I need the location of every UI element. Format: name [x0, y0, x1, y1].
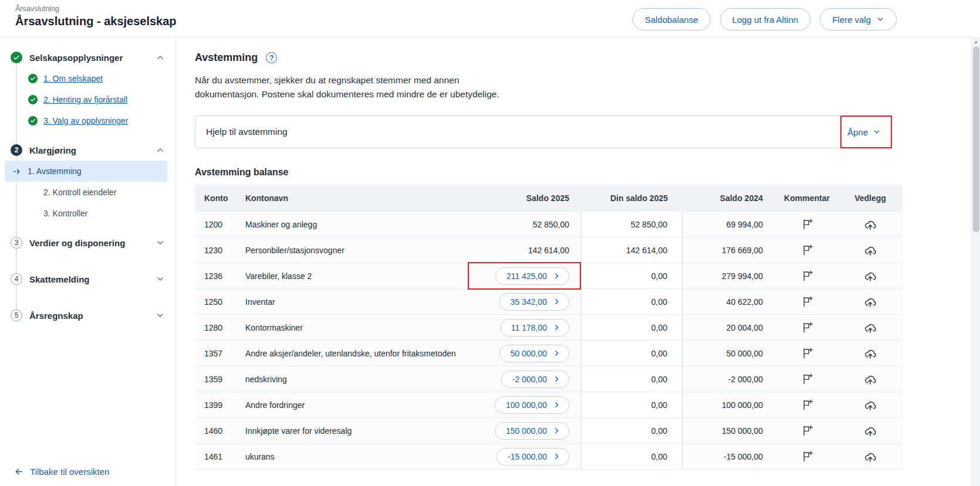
upload-attachment-button[interactable]	[861, 396, 879, 414]
sidebar-item-om-selskapet[interactable]: 1. Om selskapet	[0, 68, 175, 89]
cell-kontonavn: Kontormaskiner	[245, 323, 467, 332]
upload-attachment-button[interactable]	[861, 448, 879, 465]
section-header-klargjoring[interactable]: 2 Klargjøring	[0, 140, 175, 161]
cell-vedlegg	[838, 345, 903, 362]
din-saldo-field[interactable]: 142 614,00	[581, 237, 682, 263]
help-panel-label: Hjelp til avstemming	[206, 127, 288, 137]
saldo-2025-pill-value: -15 000,00	[508, 452, 547, 461]
cell-kommentar	[776, 319, 838, 336]
din-saldo-field[interactable]: 0,00	[581, 418, 682, 443]
add-comment-flag-button[interactable]	[799, 267, 816, 284]
din-saldo-field[interactable]: 0,00	[581, 315, 682, 340]
cell-kontonavn: Andre aksjer/andeler, utenlandske, utenf…	[245, 349, 467, 358]
cell-saldo-2024: -2 000,00	[682, 375, 776, 384]
saldo-2025-pill-button[interactable]: 35 342,00	[499, 293, 569, 311]
add-comment-flag-button[interactable]	[799, 242, 816, 259]
din-saldo-field[interactable]: 0,00	[581, 444, 682, 469]
section-header-selskapsopplysninger[interactable]: Selskapsopplysninger	[0, 47, 175, 68]
upload-attachment-button[interactable]	[861, 267, 879, 285]
cell-saldo-2025: 52 850,00	[467, 212, 581, 237]
cell-kontonavn: Innkjøpte varer for videresalg	[245, 426, 467, 436]
column-header-saldo-2024: Saldo 2024	[682, 193, 776, 203]
cell-saldo-2025: 35 342,00	[467, 289, 581, 314]
flag-plus-icon	[801, 321, 813, 334]
step-number-circle: 4	[11, 273, 22, 285]
page-title: Årsavslutning - aksjeselskap	[15, 15, 177, 28]
help-question-icon[interactable]: ?	[266, 52, 277, 63]
saldo-2025-pill-button[interactable]: 150 000,00	[495, 422, 569, 440]
sidebar-section-verdier-og-disponering: 3 Verdier og disponering	[0, 232, 175, 253]
add-comment-flag-button[interactable]	[799, 448, 816, 465]
upload-attachment-button[interactable]	[861, 242, 879, 259]
saldo-2025-pill-value: 11 178,00	[511, 323, 547, 332]
cloud-upload-icon	[864, 270, 877, 283]
upload-attachment-button[interactable]	[861, 422, 879, 440]
cell-kontonavn: Maskiner og anlegg	[245, 220, 467, 229]
din-saldo-field[interactable]: 0,00	[581, 392, 682, 417]
add-comment-flag-button[interactable]	[799, 216, 816, 233]
add-comment-flag-button[interactable]	[799, 293, 816, 310]
din-saldo-field[interactable]: 0,00	[581, 263, 682, 288]
open-help-button[interactable]: Åpne	[847, 127, 881, 137]
section-header-verdier-og-disponering[interactable]: 3 Verdier og disponering	[0, 232, 175, 253]
cell-kontonavn: ukurans	[245, 452, 467, 461]
upload-attachment-button[interactable]	[861, 293, 879, 311]
sidebar-item-label[interactable]: 1. Om selskapet	[43, 74, 103, 83]
section-title: Avstemming	[195, 52, 258, 64]
scrollbar-up-arrow-icon[interactable]: ▲	[972, 37, 980, 46]
table-row: 1280 Kontormaskiner 11 178,00 0,00 20 00…	[195, 315, 903, 341]
check-circle-icon	[28, 116, 38, 125]
saldo-2025-pill-button[interactable]: -2 000,00	[501, 371, 569, 388]
saldo-2025-pill-value: 35 342,00	[511, 297, 547, 307]
saldo-2025-pill-button[interactable]: 211 425,00	[495, 267, 569, 285]
arrow-left-icon	[14, 467, 24, 477]
flag-plus-icon	[801, 399, 813, 411]
add-comment-flag-button[interactable]	[799, 319, 816, 336]
sidebar-item-avstemming-active[interactable]: 1. Avstemming	[5, 161, 167, 182]
upload-attachment-button[interactable]	[861, 216, 879, 233]
cloud-upload-icon	[864, 347, 877, 360]
saldobalanse-button-label: Saldobalanse	[645, 15, 698, 25]
sidebar-item-label[interactable]: 3. Valg av opplysninger	[43, 116, 129, 125]
sidebar-item-kontroll-eiendeler[interactable]: 2. Kontroll eiendeler	[0, 182, 175, 203]
sidebar-item-kontroller[interactable]: 3. Kontroller	[0, 203, 175, 224]
cell-saldo-2025: 50 000,00	[467, 341, 581, 366]
saldobalanse-button[interactable]: Saldobalanse	[633, 8, 711, 30]
scrollbar-thumb[interactable]	[973, 46, 979, 232]
add-comment-flag-button[interactable]	[799, 345, 816, 362]
section-header-arsregnskap[interactable]: 5 Årsregnskap	[0, 305, 175, 326]
chevron-down-icon	[156, 311, 165, 320]
din-saldo-field[interactable]: 0,00	[581, 341, 682, 366]
cell-kommentar	[776, 345, 838, 362]
sidebar-item-valg-av-opplysninger[interactable]: 3. Valg av opplysninger	[0, 110, 175, 131]
table-body: 1200 Maskiner og anlegg 52 850,00 52 850…	[195, 212, 903, 470]
more-options-button[interactable]: Flere valg	[820, 8, 897, 30]
add-comment-flag-button[interactable]	[799, 396, 816, 413]
saldo-2025-pill-button[interactable]: 100 000,00	[495, 396, 569, 414]
sidebar-item-henting-av-fjorarstall[interactable]: 2. Henting av fjorårstall	[0, 89, 175, 110]
cell-saldo-2024: 69 994,00	[682, 220, 776, 229]
upload-attachment-button[interactable]	[861, 345, 879, 362]
table-row: 1230 Personbiler/stasjonsvogner 142 614,…	[195, 237, 903, 263]
logout-altinn-button[interactable]: Logg ut fra Altinn	[720, 8, 811, 30]
cell-konto: 1230	[195, 246, 245, 255]
flag-plus-icon	[801, 424, 813, 437]
upload-attachment-button[interactable]	[861, 319, 879, 337]
cell-saldo-2025: 11 178,00	[467, 315, 581, 340]
saldo-2025-pill-button[interactable]: -15 000,00	[496, 448, 569, 465]
check-circle-icon	[28, 95, 38, 104]
back-to-overview-link[interactable]: Tilbake til oversikten	[14, 467, 109, 477]
upload-attachment-button[interactable]	[861, 371, 879, 388]
vertical-scrollbar[interactable]: ▲	[971, 37, 980, 486]
sidebar-navigation: Selskapsopplysninger 1. Om selskapet 2. …	[0, 38, 176, 486]
din-saldo-field[interactable]: 0,00	[581, 289, 682, 314]
help-accordion-panel[interactable]: Hjelp til avstemming Åpne	[195, 115, 892, 148]
sidebar-item-label[interactable]: 2. Henting av fjorårstall	[43, 95, 127, 104]
saldo-2025-pill-button[interactable]: 50 000,00	[499, 345, 569, 362]
din-saldo-field[interactable]: 52 850,00	[581, 212, 682, 237]
add-comment-flag-button[interactable]	[799, 371, 816, 388]
section-header-skattemelding[interactable]: 4 Skattemelding	[0, 269, 175, 290]
add-comment-flag-button[interactable]	[799, 422, 816, 439]
din-saldo-field[interactable]: 0,00	[581, 366, 682, 392]
saldo-2025-pill-button[interactable]: 11 178,00	[500, 319, 569, 337]
